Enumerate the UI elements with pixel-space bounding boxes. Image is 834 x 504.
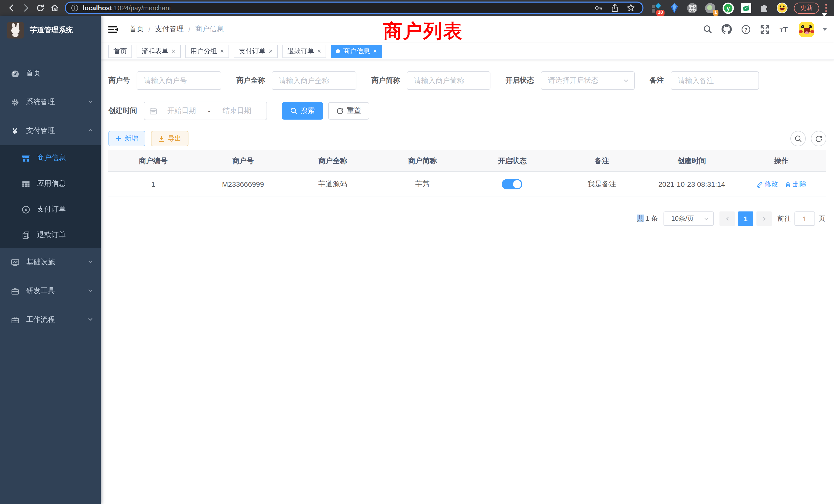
- goto-page-input[interactable]: [794, 211, 815, 226]
- prev-page-button[interactable]: [720, 211, 735, 226]
- search-icon: [794, 135, 802, 142]
- full-name-input[interactable]: [272, 71, 356, 90]
- col-create-time: 创建时间: [647, 151, 737, 171]
- close-icon[interactable]: ×: [220, 48, 224, 54]
- delete-link[interactable]: 删除: [785, 180, 807, 189]
- main-area: 首页 / 支付管理 / 商户信息 ?: [101, 16, 834, 504]
- grid-icon: [21, 179, 30, 188]
- extension-y-icon[interactable]: y: [723, 2, 734, 14]
- user-avatar[interactable]: [799, 22, 814, 37]
- breadcrumb: 首页 / 支付管理 / 商户信息: [129, 25, 224, 34]
- user-menu-caret-icon[interactable]: [823, 28, 827, 30]
- reset-button[interactable]: 重置: [328, 102, 369, 120]
- tag-user-group[interactable]: 用户分组×: [185, 44, 229, 58]
- tag-process-form[interactable]: 流程表单×: [137, 44, 180, 58]
- browser-update-button[interactable]: 更新: [794, 2, 819, 14]
- screen: localhost:1024/pay/merchant 10 1: [0, 0, 834, 504]
- next-page-button[interactable]: [756, 211, 772, 226]
- short-name-input[interactable]: [407, 71, 490, 90]
- dashboard-icon: [10, 69, 20, 78]
- sidebar-item-infrastructure[interactable]: 基础设施: [0, 248, 101, 277]
- sidebar-item-label: 研发工具: [26, 287, 55, 296]
- chevron-right-icon: [761, 216, 767, 222]
- edit-link[interactable]: 修改: [756, 180, 778, 189]
- extension-blue-diamond-icon[interactable]: 10: [651, 2, 662, 14]
- merchant-table: 商户编号 商户号 商户全称 商户简称 开启状态 备注 创建时间 操作 1 M23…: [108, 151, 826, 197]
- cell-merchant-no: M233666999: [198, 172, 288, 197]
- tag-merchant-info[interactable]: 商户信息×: [331, 44, 382, 58]
- profile-avatar-emoji[interactable]: [776, 2, 788, 14]
- cell-status: [467, 172, 557, 197]
- status-select[interactable]: 请选择开启状态: [541, 71, 635, 90]
- tag-refund-order[interactable]: 退款订单×: [282, 44, 326, 58]
- breadcrumb-home[interactable]: 首页: [129, 25, 144, 34]
- show-search-toggle-button[interactable]: [790, 131, 806, 146]
- add-button[interactable]: 新增: [108, 131, 145, 146]
- breadcrumb-current: 商户信息: [195, 25, 224, 34]
- sidebar-item-merchant-info[interactable]: 商户信息: [0, 145, 101, 171]
- sidebar-collapse-button[interactable]: [108, 25, 122, 33]
- close-icon[interactable]: ×: [269, 48, 272, 54]
- app-logo-row[interactable]: 芋道管理系统: [0, 16, 101, 45]
- help-docs-button[interactable]: ?: [740, 24, 751, 35]
- payment-submenu: 商户信息 应用信息 ¥ 支付订单: [0, 145, 101, 248]
- sidebar-item-label: 支付订单: [37, 205, 66, 214]
- bookmark-star-icon[interactable]: [627, 4, 635, 12]
- sidebar-item-pay-order[interactable]: ¥ 支付订单: [0, 197, 101, 222]
- browser-home-button[interactable]: [47, 1, 62, 15]
- github-link[interactable]: [721, 24, 732, 35]
- sidebar-item-payment[interactable]: ¥ 支付管理: [0, 116, 101, 145]
- address-bar[interactable]: localhost:1024/pay/merchant: [65, 2, 643, 14]
- status-toggle[interactable]: [502, 179, 523, 189]
- sidebar-item-system[interactable]: 系统管理: [0, 88, 101, 116]
- fullscreen-button[interactable]: [759, 24, 770, 35]
- status-label: 开启状态: [505, 76, 534, 85]
- sidebar-item-app-info[interactable]: 应用信息: [0, 171, 101, 197]
- close-icon[interactable]: ×: [172, 48, 175, 54]
- page-size-select[interactable]: 10条/页: [663, 211, 714, 226]
- header-search-button[interactable]: [702, 24, 713, 35]
- remark-input[interactable]: [671, 71, 759, 90]
- share-icon[interactable]: [611, 4, 619, 12]
- sidebar-item-workflow[interactable]: 工作流程: [0, 305, 101, 334]
- extension-balloon-icon[interactable]: [668, 2, 680, 14]
- browser-toolbar: localhost:1024/pay/merchant 10 1: [0, 0, 834, 16]
- sidebar-item-label: 首页: [26, 69, 41, 78]
- chevron-down-icon: [87, 316, 93, 324]
- fullscreen-icon: [760, 24, 770, 34]
- document-copy-icon: [21, 231, 30, 239]
- sidebar-item-dev-tools[interactable]: 研发工具: [0, 277, 101, 305]
- merchant-no-input[interactable]: [137, 71, 221, 90]
- export-button[interactable]: 导出: [151, 131, 189, 146]
- browser-forward-button[interactable]: [19, 1, 33, 15]
- close-icon[interactable]: ×: [317, 48, 321, 54]
- tag-home[interactable]: 首页: [108, 44, 132, 58]
- search-button[interactable]: 搜索: [282, 102, 323, 120]
- refresh-table-button[interactable]: [811, 131, 826, 146]
- extension-green-dot-icon[interactable]: 1: [705, 2, 716, 14]
- extension-command-icon[interactable]: [687, 2, 698, 14]
- start-date-placeholder[interactable]: 开始日期: [157, 106, 206, 115]
- browser-back-button[interactable]: [4, 1, 19, 15]
- yen-icon: ¥: [10, 127, 20, 135]
- plus-icon: [115, 136, 122, 142]
- col-full-name: 商户全称: [288, 151, 378, 171]
- sidebar-item-home[interactable]: 首页: [0, 59, 101, 88]
- close-icon[interactable]: ×: [373, 48, 377, 54]
- sidebar-item-label: 基础设施: [26, 258, 55, 267]
- sidebar-menu: 首页 系统管理 ¥ 支付管理: [0, 59, 101, 334]
- page-number-current[interactable]: 1: [738, 211, 753, 226]
- chevron-down-icon: [704, 216, 709, 222]
- extension-green-card-icon[interactable]: [741, 2, 752, 14]
- tag-pay-order[interactable]: 支付订单×: [234, 44, 278, 58]
- password-key-icon[interactable]: [594, 4, 603, 12]
- browser-reload-button[interactable]: [33, 1, 47, 15]
- font-size-button[interactable]: TT: [778, 24, 789, 35]
- sidebar-item-label: 系统管理: [26, 97, 55, 107]
- browser-menu-icon[interactable]: [822, 4, 830, 12]
- sidebar-item-refund-order[interactable]: 退款订单: [0, 222, 101, 248]
- end-date-placeholder[interactable]: 结束日期: [213, 106, 261, 115]
- extensions-puzzle-icon[interactable]: [759, 2, 770, 14]
- col-remark: 备注: [557, 151, 647, 171]
- create-time-range-picker[interactable]: 开始日期 - 结束日期: [144, 101, 267, 120]
